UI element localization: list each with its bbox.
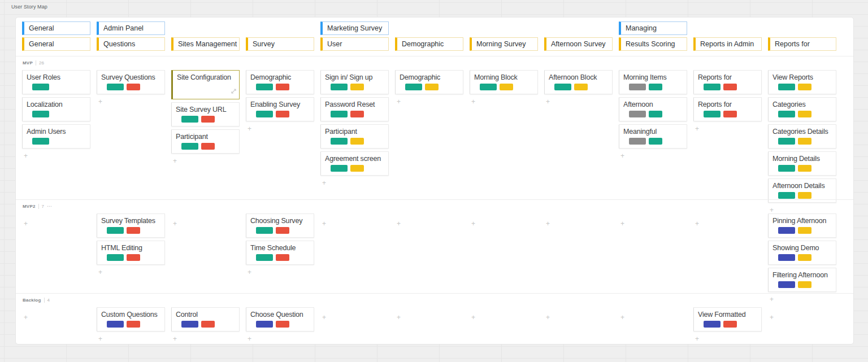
card-title: Afternoon Block	[549, 73, 609, 81]
story-card-survey-templates[interactable]: Survey Templates	[97, 213, 165, 238]
resize-handle-icon[interactable]	[231, 86, 237, 97]
add-card-button[interactable]: +	[695, 126, 699, 132]
story-card-site-survey-url[interactable]: Site Survey URL	[171, 102, 240, 127]
add-card-button[interactable]: +	[546, 315, 550, 320]
step-card-sites-management[interactable]: Sites Management	[171, 37, 240, 51]
story-card-user-roles[interactable]: User Roles	[22, 70, 90, 94]
add-card-button[interactable]: +	[248, 269, 251, 275]
story-card-view-formatted[interactable]: View Formatted	[693, 307, 762, 332]
add-card-button[interactable]: +	[173, 158, 177, 164]
add-card-button[interactable]: +	[770, 315, 774, 320]
card-title: Time Schedule	[250, 244, 310, 252]
story-card-site-configuration[interactable]: Site Configuration	[171, 70, 240, 99]
add-card-button[interactable]: +	[471, 99, 475, 104]
activity-card-admin-panel[interactable]: Admin Panel	[97, 21, 165, 35]
story-card-morning-items[interactable]: Morning Items	[619, 70, 687, 94]
status-bars	[250, 84, 310, 90]
add-card-button[interactable]: +	[695, 221, 699, 226]
add-card-button[interactable]: +	[322, 221, 326, 226]
status-bar-teal	[554, 84, 571, 90]
add-card-button[interactable]: +	[695, 336, 699, 342]
step-card-reports-for[interactable]: Reports for	[768, 37, 836, 51]
story-card-survey-questions[interactable]: Survey Questions	[97, 70, 165, 94]
step-card-results-scoring[interactable]: Results Scoring	[619, 37, 687, 51]
card-title: Localization	[27, 101, 86, 108]
step-card-general[interactable]: General	[22, 37, 90, 51]
add-card-button[interactable]: +	[471, 315, 475, 320]
story-card-choosing-survey[interactable]: Choosing Survey	[246, 213, 314, 238]
step-card-demographic[interactable]: Demographic	[395, 37, 463, 51]
step-card-reports-in-admin[interactable]: Reports in Admin	[693, 37, 762, 51]
add-card-button[interactable]: +	[397, 221, 401, 226]
activity-card-marketing-survey[interactable]: Marketing Survey	[320, 21, 389, 35]
story-card-choose-question[interactable]: Choose Question	[246, 307, 314, 332]
add-card-button[interactable]: +	[173, 336, 177, 342]
add-card-button[interactable]: +	[24, 315, 28, 320]
story-card-pinning-afternoon[interactable]: Pinning Afternoon	[768, 213, 836, 238]
story-card-meaningful[interactable]: Meaningful	[619, 124, 687, 149]
story-card-demographic[interactable]: Demographic	[246, 70, 314, 94]
story-card-demographic[interactable]: Demographic	[395, 70, 463, 94]
add-card-button[interactable]: +	[546, 99, 550, 104]
step-card-afternoon-survey[interactable]: Afternoon Survey	[544, 37, 613, 51]
add-card-button[interactable]: +	[24, 153, 28, 159]
step-card-user[interactable]: User	[320, 37, 389, 51]
add-card-button[interactable]: +	[98, 269, 102, 275]
story-card-afternoon-block[interactable]: Afternoon Block	[544, 70, 613, 94]
story-card-categories-details[interactable]: Categories Details	[768, 124, 836, 149]
status-bar-teal	[256, 227, 273, 234]
story-card-afternoon[interactable]: Afternoon	[619, 97, 687, 121]
add-card-button[interactable]: +	[24, 221, 28, 226]
status-bars	[772, 165, 832, 172]
card-title: Enabling Survey	[250, 101, 310, 108]
activity-card-managing[interactable]: Managing	[619, 21, 687, 35]
story-card-html-editing[interactable]: HTML Editing	[97, 241, 165, 265]
add-card-button[interactable]: +	[248, 336, 251, 342]
add-card-button[interactable]: +	[620, 315, 624, 320]
status-bars	[101, 321, 161, 328]
story-card-admin-users[interactable]: Admin Users	[22, 124, 90, 149]
story-card-password-reset[interactable]: Password Reset	[320, 97, 389, 121]
story-card-morning-details[interactable]: Morning Details	[768, 151, 836, 176]
story-card-morning-block[interactable]: Morning Block	[470, 70, 538, 94]
add-card-button[interactable]: +	[98, 336, 102, 342]
story-card-agreement-screen[interactable]: Agreement screen	[320, 151, 389, 176]
section-menu-icon[interactable]: ⋯	[47, 205, 52, 207]
add-card-button[interactable]: +	[248, 126, 251, 132]
story-card-control[interactable]: Control	[171, 307, 240, 332]
status-bars	[27, 138, 86, 145]
step-card-survey[interactable]: Survey	[246, 37, 314, 51]
card-title: Morning Block	[474, 73, 534, 81]
story-card-participant[interactable]: Participant	[320, 124, 389, 149]
add-card-button[interactable]: +	[322, 180, 326, 186]
story-card-filtering-afternoon[interactable]: Filtering Afternoon	[768, 268, 836, 292]
add-card-button[interactable]: +	[98, 99, 102, 104]
activity-card-general[interactable]: General	[22, 21, 90, 35]
story-card-reports-for[interactable]: Reports for	[693, 97, 762, 121]
story-card-categories[interactable]: Categories	[768, 97, 836, 121]
story-card-custom-questions[interactable]: Custom Questions	[97, 307, 165, 332]
story-column-6: +	[395, 307, 463, 324]
add-card-button[interactable]: +	[397, 99, 401, 104]
add-card-button[interactable]: +	[322, 315, 326, 320]
story-card-time-schedule[interactable]: Time Schedule	[246, 241, 314, 265]
step-card-questions[interactable]: Questions	[97, 37, 165, 51]
add-card-button[interactable]: +	[173, 221, 177, 226]
story-card-participant[interactable]: Participant	[171, 129, 240, 154]
story-card-showing-demo[interactable]: Showing Demo	[768, 241, 836, 265]
status-bar-teal	[331, 165, 348, 172]
story-card-sign-in-sign-up[interactable]: Sign in/ Sign up	[320, 70, 389, 94]
story-card-localization[interactable]: Localization	[22, 97, 90, 121]
card-label: Morning Survey	[476, 40, 526, 48]
section-card-count: 26	[36, 60, 44, 66]
story-card-enabling-survey[interactable]: Enabling Survey	[246, 97, 314, 121]
add-card-button[interactable]: +	[471, 221, 475, 226]
story-card-view-reports[interactable]: View Reports	[768, 70, 836, 94]
step-card-morning-survey[interactable]: Morning Survey	[470, 37, 538, 51]
story-card-reports-for[interactable]: Reports for	[693, 70, 762, 94]
add-card-button[interactable]: +	[546, 221, 550, 226]
add-card-button[interactable]: +	[620, 221, 624, 226]
status-bars	[325, 84, 385, 90]
add-card-button[interactable]: +	[620, 153, 624, 159]
add-card-button[interactable]: +	[397, 315, 401, 320]
